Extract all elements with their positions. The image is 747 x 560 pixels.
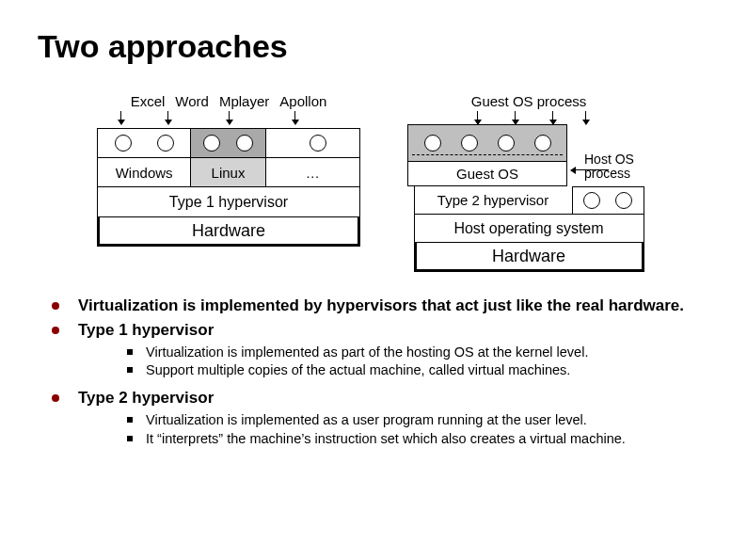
guest-os-box: Guest OS <box>407 162 567 186</box>
bullet-item: Virtualization is implemented by hypervi… <box>52 296 709 317</box>
app-label: Apollon <box>276 93 330 109</box>
diagram-area: Excel Word Mplayer Apollon Wind <box>38 93 709 272</box>
type2-hypervisor-label: Type 2 hypervisor <box>415 186 573 214</box>
process-icon <box>157 135 174 152</box>
process-row <box>97 128 360 158</box>
app-label: Excel <box>127 93 169 109</box>
process-icon <box>534 135 551 152</box>
bullet-item: Type 1 hypervisor Virtualization is impl… <box>52 320 709 380</box>
sub-bullet: Virtualization is implemented as part of… <box>127 344 709 362</box>
sub-bullet: Support multiple copies of the actual ma… <box>127 361 709 380</box>
type2-diagram: Guest OS process Guest OS Host OS proces… <box>407 93 650 272</box>
bullet-list: Virtualization is implemented by hypervi… <box>38 296 709 448</box>
host-os-box: Host operating system <box>414 215 644 243</box>
process-icon <box>115 135 132 152</box>
host-process-label: Host OS process <box>584 152 650 182</box>
os-cell: … <box>266 158 359 186</box>
process-icon <box>615 192 632 209</box>
host-processes <box>573 186 644 214</box>
process-icon <box>310 135 326 152</box>
sub-bullet: Virtualization is implemented as a user … <box>127 411 709 430</box>
process-icon <box>583 192 600 209</box>
os-cell: Windows <box>98 158 191 186</box>
bullet-item: Type 2 hypervisor Virtualization is impl… <box>52 388 709 448</box>
app-label: Mplayer <box>215 93 273 109</box>
type1-diagram: Excel Word Mplayer Apollon Wind <box>97 93 360 272</box>
process-icon <box>236 135 253 152</box>
os-row: Windows Linux … <box>97 158 360 187</box>
type2-hypervisor-row: Type 2 hypervisor <box>414 186 644 215</box>
process-icon <box>203 135 220 152</box>
type1-hypervisor-box: Type 1 hypervisor <box>97 187 360 217</box>
arrows <box>449 111 609 124</box>
apps-labels: Excel Word Mplayer Apollon <box>127 93 331 109</box>
guest-process-label: Guest OS process <box>471 93 587 109</box>
slide-title: Two approaches <box>38 28 709 65</box>
process-icon <box>424 135 441 152</box>
arrow-line <box>571 169 609 170</box>
guest-process-box <box>407 124 567 162</box>
hardware-box: Hardware <box>414 242 644 272</box>
hardware-box: Hardware <box>97 216 360 247</box>
sub-bullet: It “interprets” the machine’s instructio… <box>127 430 709 449</box>
app-label: Word <box>171 93 213 109</box>
process-icon <box>461 135 478 152</box>
arrows <box>97 111 360 128</box>
os-cell: Linux <box>191 158 265 186</box>
process-icon <box>498 135 515 152</box>
